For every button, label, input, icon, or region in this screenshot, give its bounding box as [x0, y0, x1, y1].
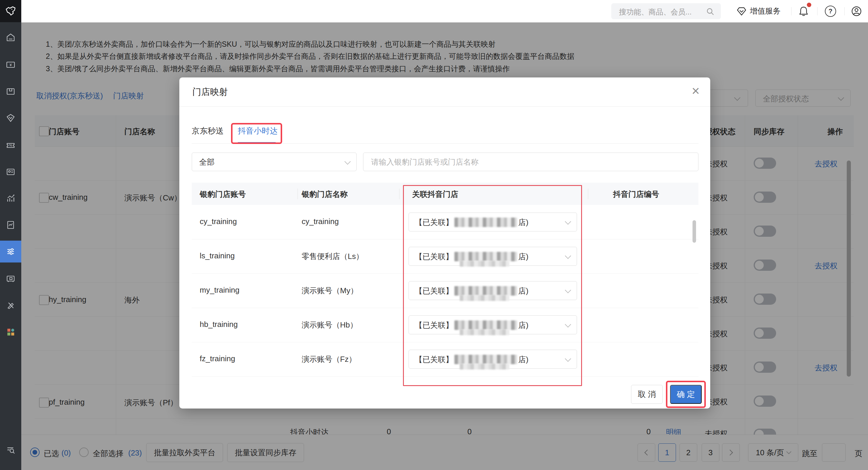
modal-title: 门店映射: [192, 78, 228, 107]
modal-search-input[interactable]: 请输入银豹门店账号或门店名称: [363, 152, 699, 171]
linked-prefix: 【已关联】: [415, 355, 453, 364]
screen: 1、美团/京东秒送外卖商品，加价口味会作为一个新的SKU，可以与银豹对应的商品以…: [0, 0, 868, 470]
chevron-down-icon: [565, 321, 571, 327]
redacted-store-name-line2: [460, 329, 509, 335]
redacted-store-name: [454, 217, 517, 227]
redacted-store-name: [454, 320, 517, 330]
sidebar-item-package[interactable]: [0, 80, 21, 102]
search-icon: [706, 7, 714, 16]
pospal-account: cy_training: [200, 217, 237, 226]
linked-prefix: 【已关联】: [415, 218, 453, 227]
redacted-store-name: [454, 286, 517, 296]
sidebar-item-report[interactable]: [0, 214, 21, 236]
chevron-down-icon: [565, 253, 571, 259]
pospal-account: ls_training: [200, 251, 235, 260]
pospal-name: cy_training: [302, 217, 339, 226]
redacted-store-name-line2: [460, 363, 509, 370]
pospal-name: 零售便利店（Ls）: [302, 251, 363, 262]
chevron-down-icon: [565, 287, 571, 293]
redacted-store-name-line2: [460, 261, 509, 267]
sidebar-item-cash[interactable]: ¥: [0, 54, 21, 76]
linked-prefix: 【已关联】: [415, 287, 453, 295]
col-pospal-name: 银豹门店名称: [302, 189, 348, 200]
app-logo[interactable]: [0, 0, 21, 22]
linked-store-select[interactable]: 【已关联】店): [409, 247, 577, 266]
sidebar-item-apps[interactable]: [0, 321, 21, 343]
linked-prefix: 【已关联】: [415, 321, 453, 330]
store-mapping-modal: 门店映射 × 京东秒送 抖音小时达 全部 请输入银豹门店账号或门店名称 银豹门店…: [179, 78, 710, 409]
account-button[interactable]: [851, 0, 862, 22]
col-linked-store: 关联抖音门店: [412, 189, 458, 200]
modal-scrollbar[interactable]: [692, 220, 696, 243]
category-value: 全部: [199, 157, 215, 167]
col-store-no: 抖音门店编号: [613, 189, 659, 200]
sidebar-item-tools[interactable]: [0, 294, 21, 316]
vas-menu[interactable]: 增值服务: [736, 0, 780, 22]
sidebar-item-member-card[interactable]: [0, 161, 21, 183]
pospal-name: 演示账号（Hb）: [302, 320, 358, 330]
leopard-logo-icon: [4, 4, 18, 18]
notification-badge: [807, 3, 811, 7]
vas-diamond-icon: [736, 6, 747, 17]
cancel-button[interactable]: 取 消: [631, 385, 663, 404]
user-icon: [851, 6, 862, 17]
tab-douyin-hourly[interactable]: 抖音小时达: [238, 126, 278, 136]
svg-text:%: %: [9, 143, 12, 147]
pospal-account: my_training: [200, 286, 239, 295]
modal-category-select[interactable]: 全部: [192, 152, 356, 171]
sidebar-item-channel-settings[interactable]: [0, 241, 21, 263]
mapping-row: cy_training cy_training 【已关联】店): [192, 205, 699, 239]
redacted-store-name: [454, 252, 517, 261]
sidebar-item-gem[interactable]: [0, 107, 21, 129]
modal-table-body: cy_training cy_training 【已关联】店) ls_train…: [192, 205, 699, 386]
search-placeholder: 搜功能、商品、会员...: [619, 7, 692, 17]
linked-suffix: 店): [518, 287, 529, 295]
pospal-name: 演示账号（Fz）: [302, 354, 356, 364]
chevron-down-icon: [565, 218, 571, 225]
linked-suffix: 店): [518, 321, 529, 330]
mapping-row: ls_training 零售便利店（Ls） 【已关联】店): [192, 239, 699, 274]
redacted-store-name: [454, 355, 517, 364]
mapping-row: my_training 演示账号（My） 【已关联】店): [192, 273, 699, 308]
svg-text:¥: ¥: [9, 63, 12, 67]
linked-suffix: 店): [518, 252, 529, 261]
sidebar-item-stats[interactable]: [0, 187, 21, 209]
sidebar-item-query[interactable]: [0, 439, 21, 461]
bell-icon: [798, 5, 809, 17]
linked-store-select[interactable]: 【已关联】店): [409, 281, 577, 300]
sidebar: ¥ %: [0, 0, 21, 470]
sidebar-item-home[interactable]: [0, 27, 21, 49]
mapping-row: hb_training 演示账号（Hb） 【已关联】店): [192, 308, 699, 342]
col-pospal-account: 银豹门店账号: [200, 189, 246, 200]
modal-search-placeholder: 请输入银豹门店账号或门店名称: [371, 157, 478, 167]
pospal-name: 演示账号（My）: [302, 286, 358, 296]
linked-store-select[interactable]: 【已关联】店): [409, 212, 577, 231]
linked-suffix: 店): [518, 218, 529, 227]
linked-prefix: 【已关联】: [415, 252, 453, 261]
modal-table-header: 银豹门店账号 银豹门店名称 关联抖音门店 抖音门店编号: [192, 183, 699, 205]
chevron-down-icon: [344, 158, 351, 165]
help-icon: ?: [825, 6, 836, 17]
top-bar: 搜功能、商品、会员... 增值服务 ?: [0, 0, 868, 23]
linked-store-select[interactable]: 【已关联】店): [409, 350, 577, 369]
mapping-row: fz_training 演示账号（Fz） 【已关联】店): [192, 342, 699, 377]
sidebar-item-safe[interactable]: [0, 268, 21, 290]
help-button[interactable]: ?: [825, 0, 836, 22]
pospal-account: fz_training: [200, 354, 235, 363]
tab-jd-delivery[interactable]: 京东秒送: [192, 126, 224, 136]
confirm-button[interactable]: 确 定: [670, 385, 702, 404]
pospal-account: hb_training: [200, 320, 238, 329]
redacted-store-name-line2: [460, 295, 509, 301]
sidebar-item-coupon[interactable]: %: [0, 134, 21, 156]
chevron-down-icon: [565, 356, 571, 362]
linked-store-select[interactable]: 【已关联】店): [409, 315, 577, 334]
close-icon[interactable]: ×: [692, 84, 700, 97]
global-search-input[interactable]: 搜功能、商品、会员...: [611, 3, 721, 19]
vas-label: 增值服务: [750, 6, 780, 16]
linked-suffix: 店): [518, 355, 529, 364]
